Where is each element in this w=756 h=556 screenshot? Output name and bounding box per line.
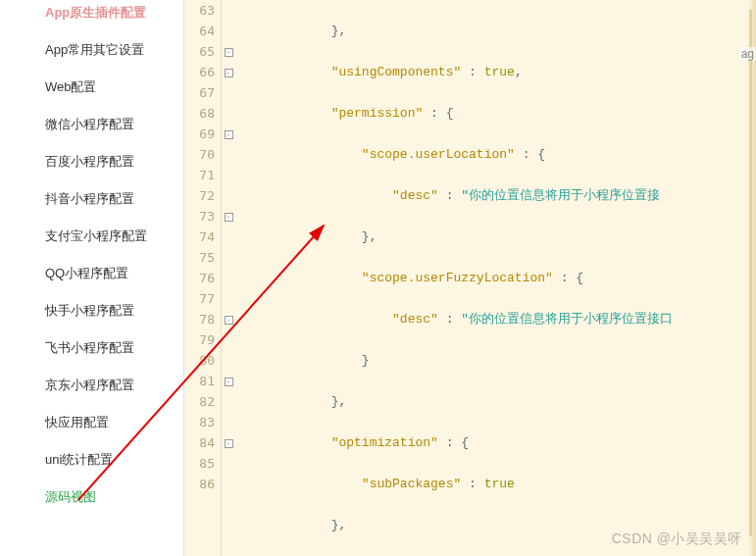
code-text: },: [331, 518, 347, 532]
code-text: "scope.userFuzzyLocation": [362, 271, 553, 285]
watermark: CSDN @小吴吴吴呀: [612, 531, 742, 548]
editor-hint: ag: [739, 47, 756, 61]
code-text: "optimization": [331, 435, 438, 450]
code-text: "你的位置信息将用于小程序位置接口: [461, 312, 673, 327]
sidebar-item-alipay[interactable]: 支付宝小程序配置: [0, 218, 183, 255]
code-editor[interactable]: 6364656667686970717273747576777879808182…: [184, 0, 756, 556]
code-text: "你的位置信息将用于小程序位置接: [461, 188, 660, 203]
sidebar-item-wechat[interactable]: 微信小程序配置: [0, 106, 183, 143]
sidebar-item-douyin[interactable]: 抖音小程序配置: [0, 180, 183, 218]
code-text: "permission": [331, 106, 424, 121]
sidebar-item-baidu[interactable]: 百度小程序配置: [0, 143, 183, 180]
line-number-gutter: 6364656667686970717273747576777879808182…: [184, 0, 222, 556]
code-text: true: [484, 477, 515, 491]
sidebar-item-kuaishou[interactable]: 快手小程序配置: [0, 292, 183, 329]
sidebar-item-app-other[interactable]: App常用其它设置: [0, 31, 183, 69]
sidebar-item-source-view[interactable]: 源码视图: [0, 479, 183, 516]
code-text: },: [331, 24, 347, 38]
code-text: }: [362, 353, 370, 368]
code-text: },: [331, 394, 347, 409]
sidebar-item-jd[interactable]: 京东小程序配置: [0, 367, 183, 404]
sidebar-item-feishu[interactable]: 飞书小程序配置: [0, 329, 183, 367]
code-text: "desc": [392, 188, 438, 203]
sidebar-item-uni-stat[interactable]: uni统计配置: [0, 441, 183, 479]
code-text: "scope.userLocation": [362, 147, 515, 162]
sidebar-item-native-plugin[interactable]: App原生插件配置: [0, 4, 183, 31]
code-text: "usingComponents": [331, 65, 462, 79]
sidebar-item-quickapp[interactable]: 快应用配置: [0, 404, 183, 441]
editor-decoration: [749, 10, 752, 536]
fold-column[interactable]: -------: [222, 0, 235, 556]
code-text: true: [484, 65, 515, 79]
code-area[interactable]: }, "usingComponents" : true, "permission…: [235, 0, 756, 556]
code-text: "desc": [392, 312, 438, 327]
code-text: "subPackages": [362, 477, 461, 491]
code-text: },: [362, 229, 378, 244]
sidebar-item-qq[interactable]: QQ小程序配置: [0, 255, 183, 292]
settings-sidebar: App原生插件配置 App常用其它设置 Web配置 微信小程序配置 百度小程序配…: [0, 0, 184, 556]
sidebar-item-web[interactable]: Web配置: [0, 69, 183, 106]
